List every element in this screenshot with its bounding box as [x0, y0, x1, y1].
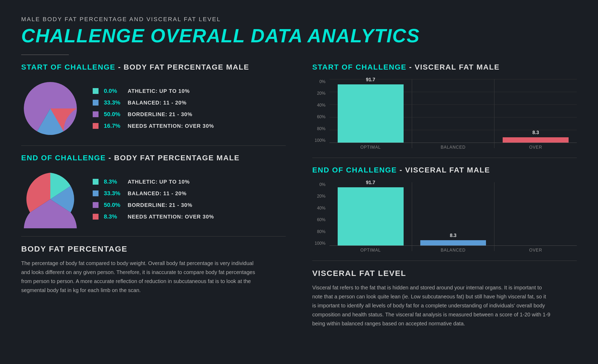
header-divider — [21, 54, 69, 55]
right-top-bar-optimal-fill: 91.7 — [338, 84, 404, 143]
left-top-pie-container — [21, 79, 79, 138]
legend-color-borderline — [93, 111, 99, 117]
right-bottom-label-over: OVER — [494, 246, 577, 253]
left-bottom-pie-container — [21, 170, 79, 228]
left-bottom-pie-section: 8.3% ATHLETIC: Up to 10% 33.3% BALANCED:… — [21, 170, 286, 228]
left-top-section: START OF CHALLENGE - BODY FAT PERCENTAGE… — [21, 63, 286, 138]
legend2-item-balanced: 33.3% BALANCED: 11 - 20% — [93, 190, 214, 197]
right-bottom-label-balanced: BALANCED — [412, 246, 494, 253]
legend-label-borderline: BORDERLINE: 21 - 30% — [128, 111, 193, 117]
right-text-section: VISCERAL FAT LEVEL Visceral fat refers t… — [312, 269, 577, 328]
right-top-bar-balanced-wrapper — [412, 79, 494, 143]
right-divider — [312, 158, 577, 158]
right-top-bar-optimal-value: 91.7 — [366, 77, 375, 83]
main-grid: START OF CHALLENGE - BODY FAT PERCENTAGE… — [21, 63, 577, 328]
legend2-pct-needs: 8.3% — [104, 213, 122, 220]
left-text-body: The percentage of body fat compared to b… — [21, 259, 260, 295]
right-top-normal: - VISCERAL FAT MALE — [407, 63, 500, 71]
right-top-bar-over-wrapper: 8.3 — [494, 79, 577, 143]
left-bottom-section: END OF CHALLENGE - BODY FAT PERCENTAGE M… — [21, 154, 286, 228]
right-top-bar-over: 8.3 — [494, 79, 577, 143]
legend-item-borderline: 50.0% BORDERLINE: 21 - 30% — [93, 111, 214, 118]
right-bottom-bar-over-wrapper — [494, 182, 577, 245]
legend-item-needs-attention: 16.7% NEEDS ATTENTION: Over 30% — [93, 122, 214, 129]
legend2-item-athletic: 8.3% ATHLETIC: Up to 10% — [93, 178, 214, 185]
subtitle: MALE BODY FAT PERCENTAGE AND VISCERAL FA… — [21, 16, 577, 23]
right-top-y-axis: 100% 80% 60% 40% 20% 0% — [312, 79, 325, 143]
right-bottom-bars: 91.7 8.3 — [329, 182, 577, 246]
right-bottom-normal: - VISCERAL FAT MALE — [397, 166, 490, 174]
legend2-item-needs: 8.3% NEEDS ATTENTION: Over 30% — [93, 213, 214, 220]
legend-color-balanced — [93, 100, 99, 106]
right-top-bars: 91.7 — [329, 79, 577, 143]
left-top-pie-chart — [21, 79, 79, 138]
right-bottom-bar-optimal: 91.7 — [329, 182, 412, 245]
right-top-bars-area: 91.7 — [329, 79, 577, 150]
left-top-normal: - BODY FAT PERCENTAGE MALE — [115, 63, 249, 71]
right-bottom-bar-balanced-value: 8.3 — [450, 233, 456, 238]
legend-pct-balanced: 33.3% — [104, 99, 122, 106]
right-bottom-bar-over — [494, 182, 577, 245]
legend2-color-needs — [93, 214, 99, 220]
legend-item-balanced: 33.3% BALANCED: 11 - 20% — [93, 99, 214, 106]
page: MALE BODY FAT PERCENTAGE AND VISCERAL FA… — [21, 16, 577, 328]
right-top-bar-over-fill: 8.3 — [503, 137, 569, 143]
right-bottom-label-optimal: OPTIMAL — [329, 246, 412, 253]
right-top-label-optimal: OPTIMAL — [329, 143, 412, 150]
page-header: MALE BODY FAT PERCENTAGE AND VISCERAL FA… — [21, 16, 577, 47]
legend2-item-borderline: 50.0% BORDERLINE: 21 - 30% — [93, 202, 214, 208]
left-top-pie-section: 0.0% ATHLETIC: Up to 10% 33.3% BALANCED:… — [21, 79, 286, 138]
right-column: START OF CHALLENGE - VISCERAL FAT MALE 1… — [312, 63, 577, 328]
right-bottom-bar-optimal-fill: 91.7 — [338, 187, 404, 245]
left-bottom-divider — [21, 236, 286, 236]
left-bottom-highlight: END OF CHALLENGE — [21, 154, 106, 162]
legend2-label-borderline: BORDERLINE: 21 - 30% — [128, 202, 193, 208]
left-text-section: BODY FAT PERCENTAGE The percentage of bo… — [21, 244, 286, 295]
legend2-pct-balanced: 33.3% — [104, 190, 122, 197]
right-bottom-chart-wrapper: 100% 80% 60% 40% 20% 0% — [312, 182, 577, 253]
legend2-color-borderline — [93, 202, 99, 208]
right-top-bar-optimal: 91.7 — [329, 79, 412, 143]
right-bottom-bar-optimal-wrapper: 91.7 — [329, 182, 412, 245]
left-top-legend: 0.0% ATHLETIC: Up to 10% 33.3% BALANCED:… — [93, 88, 214, 129]
right-bottom-divider — [312, 261, 577, 261]
right-bottom-bars-area: 91.7 8.3 — [329, 182, 577, 253]
right-top-title: START OF CHALLENGE - VISCERAL FAT MALE — [312, 63, 577, 71]
legend2-label-needs: NEEDS ATTENTION: Over 30% — [128, 214, 214, 220]
right-top-label-over: OVER — [494, 143, 577, 150]
legend-item-athletic: 0.0% ATHLETIC: Up to 10% — [93, 88, 214, 94]
legend2-label-athletic: ATHLETIC: Up to 10% — [128, 179, 190, 185]
right-top-section: START OF CHALLENGE - VISCERAL FAT MALE 1… — [312, 63, 577, 150]
right-bottom-y-axis: 100% 80% 60% 40% 20% 0% — [312, 182, 325, 246]
main-title: CHALLENGE OVERALL DATA ANALYTICS — [21, 25, 577, 47]
right-top-chart-wrapper: 100% 80% 60% 40% 20% 0% — [312, 79, 577, 150]
legend2-pct-borderline: 50.0% — [104, 202, 122, 208]
right-bottom-bar-balanced-wrapper: 8.3 — [412, 182, 494, 245]
left-divider — [21, 145, 286, 146]
legend-color-athletic — [93, 88, 99, 94]
left-bottom-legend: 8.3% ATHLETIC: Up to 10% 33.3% BALANCED:… — [93, 178, 214, 220]
left-bottom-normal: - BODY FAT PERCENTAGE MALE — [106, 154, 240, 162]
right-bottom-bar-optimal-value: 91.7 — [366, 180, 375, 185]
legend-label-needs-attention: NEEDS ATTENTION: Over 30% — [128, 123, 214, 129]
right-top-bar-optimal-wrapper: 91.7 — [329, 79, 412, 143]
left-bottom-pie-chart — [21, 170, 79, 228]
right-text-body: Visceral fat refers to the fat that is h… — [312, 283, 551, 328]
right-text-title: VISCERAL FAT LEVEL — [312, 269, 577, 278]
right-bottom-title: END OF CHALLENGE - VISCERAL FAT MALE — [312, 166, 577, 174]
legend-pct-borderline: 50.0% — [104, 111, 122, 118]
right-bottom-bar-balanced: 8.3 — [412, 182, 494, 245]
left-column: START OF CHALLENGE - BODY FAT PERCENTAGE… — [21, 63, 286, 328]
right-bottom-bar-balanced-fill: 8.3 — [420, 240, 486, 245]
left-text-title: BODY FAT PERCENTAGE — [21, 244, 286, 253]
legend2-pct-athletic: 8.3% — [104, 178, 122, 185]
right-bottom-labels: OPTIMAL BALANCED OVER — [329, 246, 577, 253]
right-top-labels: OPTIMAL BALANCED OVER — [329, 143, 577, 150]
right-bottom-highlight: END OF CHALLENGE — [312, 166, 397, 174]
legend-color-needs-attention — [93, 123, 99, 129]
legend-label-athletic: ATHLETIC: Up to 10% — [128, 88, 190, 94]
right-bottom-section: END OF CHALLENGE - VISCERAL FAT MALE 100… — [312, 166, 577, 253]
right-top-label-balanced: BALANCED — [412, 143, 494, 150]
legend-pct-athletic: 0.0% — [104, 88, 122, 94]
left-top-highlight: START OF CHALLENGE — [21, 63, 115, 71]
